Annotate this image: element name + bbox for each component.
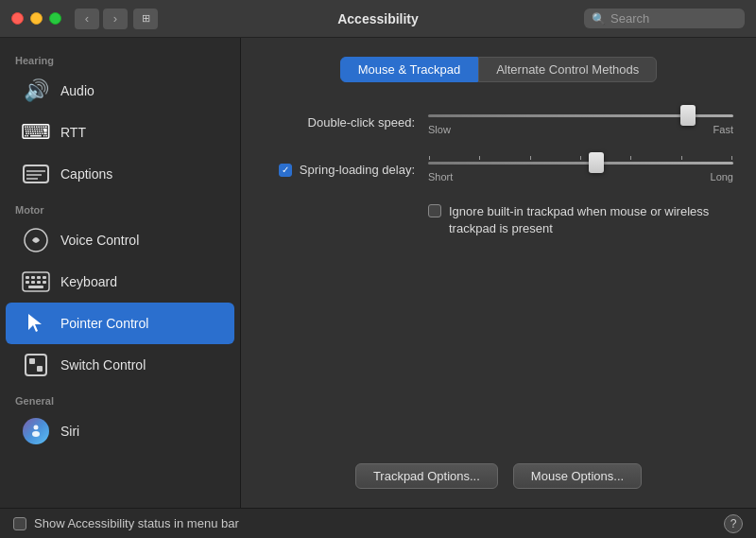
tab-alternate-control[interactable]: Alternate Control Methods [478, 57, 657, 82]
voice-control-icon [21, 225, 51, 255]
sidebar-item-pointer-label: Pointer Control [60, 316, 148, 331]
minimize-button[interactable] [30, 12, 43, 25]
spring-loading-checkbox[interactable]: ✓ [279, 164, 292, 177]
sidebar-item-voice-control[interactable]: Voice Control [6, 219, 234, 261]
svg-rect-12 [37, 281, 41, 284]
spring-loading-slider-track[interactable] [428, 156, 733, 169]
sidebar-item-audio-label: Audio [60, 83, 94, 98]
svg-rect-6 [26, 276, 29, 279]
captions-icon [21, 159, 51, 189]
keyboard-icon [21, 267, 51, 297]
svg-rect-9 [43, 276, 46, 279]
sidebar-item-rtt[interactable]: ⌨ RTT [6, 112, 234, 153]
tab-mouse-trackpad[interactable]: Mouse & Trackpad [340, 57, 478, 82]
audio-icon: 🔊 [21, 76, 51, 106]
section-general: General [0, 386, 240, 410]
spring-loading-labels: Short Long [428, 171, 733, 182]
sidebar-item-pointer-control[interactable]: Pointer Control [6, 303, 234, 344]
svg-rect-10 [26, 281, 29, 284]
double-click-slow: Slow [428, 124, 451, 135]
ignore-trackpad-checkbox[interactable] [428, 204, 441, 217]
spring-loading-label: Spring-loading delay: [300, 163, 415, 177]
spring-loading-short: Short [428, 171, 453, 182]
bottom-buttons: Trackpad Options... Mouse Options... [264, 444, 733, 489]
main-content: Hearing 🔊 Audio ⌨ RTT Captions Motor Voi… [0, 38, 756, 508]
sidebar-item-switch-label: Switch Control [60, 357, 146, 373]
section-hearing: Hearing [0, 45, 240, 70]
spring-loading-long: Long [711, 171, 733, 182]
back-button[interactable]: ‹ [75, 9, 99, 29]
switch-control-icon [21, 350, 51, 380]
sidebar-item-audio[interactable]: 🔊 Audio [6, 70, 234, 112]
double-click-slider-container: Slow Fast [428, 109, 733, 135]
tab-bar: Mouse & Trackpad Alternate Control Metho… [264, 57, 733, 82]
double-click-label: Double-click speed: [264, 115, 415, 130]
show-accessibility-checkbox[interactable] [13, 517, 26, 530]
spring-loading-row: ✓ Spring-loading delay: [264, 156, 733, 182]
trackpad-options-button[interactable]: Trackpad Options... [355, 463, 498, 489]
search-input[interactable] [610, 11, 737, 26]
double-click-slider-line [428, 114, 733, 117]
sidebar-item-keyboard[interactable]: Keyboard [6, 261, 234, 303]
sidebar-item-captions-label: Captions [60, 166, 112, 182]
sidebar-item-voice-label: Voice Control [60, 233, 139, 248]
window-title: Accessibility [337, 11, 419, 26]
forward-button[interactable]: › [103, 9, 128, 29]
svg-rect-0 [24, 165, 48, 182]
svg-rect-16 [29, 358, 35, 364]
svg-rect-11 [31, 281, 35, 284]
sidebar-item-switch-control[interactable]: Switch Control [6, 344, 234, 386]
settings-section: Double-click speed: Slow Fast ✓ [264, 109, 733, 444]
siri-icon [21, 416, 51, 446]
svg-point-18 [34, 425, 39, 430]
double-click-fast: Fast [713, 124, 733, 135]
double-click-thumb[interactable] [680, 105, 696, 126]
svg-rect-7 [31, 276, 35, 279]
ignore-trackpad-label: Ignore built-in trackpad when mouse or w… [449, 203, 733, 237]
svg-rect-15 [26, 355, 46, 375]
sidebar-item-siri-label: Siri [60, 424, 79, 439]
spring-loading-slider-line [428, 162, 733, 165]
search-bar[interactable]: 🔍 [584, 9, 745, 28]
show-accessibility-row: Show Accessibility status in menu bar [13, 516, 239, 530]
ignore-trackpad-item: Ignore built-in trackpad when mouse or w… [428, 203, 733, 237]
sidebar-item-siri[interactable]: Siri [6, 410, 234, 452]
svg-point-19 [32, 431, 40, 437]
maximize-button[interactable] [49, 12, 61, 25]
spring-loading-slider-container: Short Long [428, 156, 733, 182]
traffic-lights [11, 12, 61, 25]
mouse-options-button[interactable]: Mouse Options... [513, 463, 642, 489]
svg-rect-8 [37, 276, 41, 279]
search-icon: 🔍 [592, 12, 606, 26]
sidebar-item-captions[interactable]: Captions [6, 153, 234, 195]
ignore-trackpad-row: Ignore built-in trackpad when mouse or w… [428, 203, 733, 237]
titlebar: ‹ › ⊞ Accessibility 🔍 [0, 0, 756, 38]
nav-arrows: ‹ › [75, 9, 128, 29]
svg-rect-17 [37, 366, 43, 372]
pointer-control-icon [21, 308, 51, 338]
sidebar-item-rtt-label: RTT [60, 125, 86, 140]
grid-button[interactable]: ⊞ [133, 9, 158, 29]
close-button[interactable] [11, 12, 24, 25]
svg-rect-14 [28, 286, 43, 288]
spring-loading-thumb[interactable] [589, 152, 604, 173]
status-bar: Show Accessibility status in menu bar ? [0, 508, 756, 538]
double-click-slider-track[interactable] [428, 109, 733, 122]
sidebar: Hearing 🔊 Audio ⌨ RTT Captions Motor Voi… [0, 38, 241, 508]
content-area: Mouse & Trackpad Alternate Control Metho… [241, 38, 756, 508]
show-accessibility-label: Show Accessibility status in menu bar [34, 516, 239, 530]
help-button[interactable]: ? [724, 514, 743, 533]
sidebar-item-keyboard-label: Keyboard [60, 274, 117, 289]
section-motor: Motor [0, 195, 240, 219]
double-click-row: Double-click speed: Slow Fast [264, 109, 733, 135]
rtt-icon: ⌨ [21, 117, 51, 148]
svg-rect-13 [43, 281, 46, 284]
